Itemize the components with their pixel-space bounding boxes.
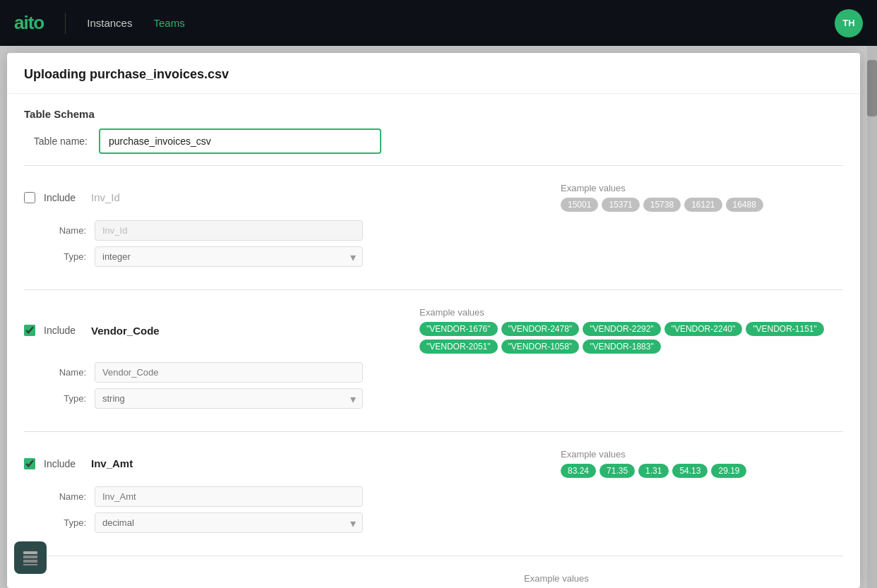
type-label-inv-amt: Type: — [44, 517, 86, 528]
example-tags-inv-amt: 83.24 71.35 1.31 54.13 29.19 — [561, 464, 843, 478]
bottom-table-icon[interactable] — [14, 541, 47, 574]
svg-rect-3 — [23, 564, 37, 565]
svg-rect-2 — [23, 560, 37, 563]
type-select-inv-amt[interactable]: integer string decimal boolean — [95, 512, 363, 533]
tag-v2240: "VENDOR-2240" — [664, 322, 743, 336]
tag-29: 29.19 — [711, 464, 746, 478]
table-name-row: Table name: — [24, 128, 843, 154]
include-checkbox-vendor-code[interactable] — [24, 325, 35, 336]
separator-1 — [24, 165, 843, 166]
tag-v2051: "VENDOR-2051" — [419, 340, 498, 354]
modal-body: Table Schema Table name: Include Inv_Id … — [7, 108, 860, 588]
tag-v2292: "VENDOR-2292" — [583, 322, 661, 336]
table-name-label: Table name: — [24, 136, 88, 147]
tag-15371: 15371 — [602, 198, 639, 212]
type-label-vendor-code: Type: — [44, 393, 86, 404]
name-input-vendor-code[interactable] — [95, 362, 363, 383]
table-icon — [22, 549, 39, 566]
include-checkbox-inv-amt[interactable] — [24, 458, 35, 469]
avatar: TH — [835, 9, 863, 37]
field-header-vendor-code: Include Vendor_Code Example values "VEND… — [24, 307, 843, 354]
page-background: Uploading purchase_invoices.csv Table Sc… — [0, 46, 877, 588]
example-values-label-vendor-code: Example values — [419, 307, 843, 318]
modal-title: Uploading purchase_invoices.csv — [24, 67, 843, 82]
name-input-inv-amt[interactable] — [95, 486, 363, 507]
tag-15001: 15001 — [561, 198, 598, 212]
tag-54: 54.13 — [672, 464, 708, 478]
tag-v1058: "VENDOR-1058" — [501, 340, 580, 354]
svg-rect-0 — [23, 551, 37, 554]
tag-16121: 16121 — [684, 198, 722, 212]
type-row-vendor-code: Type: integer string decimal boolean — [44, 388, 843, 409]
example-values-label-item-desc: Example values — [524, 573, 843, 584]
name-label-vendor-code: Name: — [44, 367, 86, 378]
field-header-inv-amt: Include Inv_Amt Example values 83.24 71.… — [24, 449, 843, 478]
include-label-inv-id: Include — [44, 192, 83, 203]
field-row-vendor-code: Include Vendor_Code Example values "VEND… — [24, 301, 843, 420]
include-label-inv-amt: Include — [44, 458, 83, 469]
example-values-label-inv-id: Example values — [561, 183, 843, 193]
svg-rect-1 — [23, 556, 37, 558]
nav-instances[interactable]: Instances — [87, 17, 132, 29]
field-row-inv-amt: Include Inv_Amt Example values 83.24 71.… — [24, 443, 843, 544]
scrollbar-thumb[interactable] — [867, 60, 877, 116]
table-name-input[interactable] — [99, 128, 381, 154]
separator-3 — [24, 431, 843, 432]
section-title: Table Schema — [24, 108, 843, 120]
field-heading-inv-amt: Inv_Amt — [91, 457, 552, 469]
top-navigation: aito Instances Teams TH — [0, 0, 877, 46]
example-section-vendor-code: Example values "VENDOR-1676" "VENDOR-247… — [419, 307, 843, 354]
tag-83: 83.24 — [561, 464, 596, 478]
logo: aito — [14, 12, 44, 34]
field-heading-vendor-code: Vendor_Code — [91, 325, 411, 337]
field-header-inv-id: Include Inv_Id Example values 15001 1537… — [24, 183, 843, 212]
include-label-vendor-code: Include — [44, 325, 83, 336]
name-row-inv-id: Name: — [44, 220, 843, 241]
tag-71: 71.35 — [599, 464, 635, 478]
separator-2 — [24, 289, 843, 290]
example-section-item-desc: Example values Auto Leasing Corporate Se… — [524, 573, 843, 588]
example-section-inv-id: Example values 15001 15371 15738 16121 1… — [561, 183, 843, 212]
tag-v1883: "VENDOR-1883" — [583, 340, 661, 354]
tag-16488: 16488 — [726, 198, 763, 212]
type-select-wrapper-vendor-code: integer string decimal boolean — [95, 388, 363, 409]
type-select-wrapper-inv-amt: integer string decimal boolean — [95, 512, 363, 533]
tag-15738: 15738 — [643, 198, 681, 212]
name-label-inv-amt: Name: — [44, 491, 86, 502]
example-values-label-inv-amt: Example values — [561, 449, 843, 460]
modal-overlay: Uploading purchase_invoices.csv Table Sc… — [0, 46, 867, 588]
modal-header: Uploading purchase_invoices.csv — [7, 53, 860, 94]
field-header-item-desc: Include Item_Description Example values … — [24, 573, 843, 588]
example-section-inv-amt: Example values 83.24 71.35 1.31 54.13 29… — [561, 449, 843, 478]
tag-v1151: "VENDOR-1151" — [746, 322, 824, 336]
type-select-wrapper-inv-id: integer string decimal boolean — [95, 246, 363, 267]
name-input-inv-id[interactable] — [95, 220, 363, 241]
upload-modal: Uploading purchase_invoices.csv Table Sc… — [7, 53, 860, 588]
field-heading-inv-id: Inv_Id — [91, 191, 552, 203]
type-row-inv-amt: Type: integer string decimal boolean — [44, 512, 843, 533]
example-tags-vendor-code: "VENDOR-1676" "VENDOR-2478" "VENDOR-2292… — [419, 322, 843, 354]
type-select-inv-id[interactable]: integer string decimal boolean — [95, 246, 363, 267]
nav-divider — [65, 13, 66, 34]
nav-teams[interactable]: Teams — [153, 17, 184, 29]
scrollbar[interactable] — [867, 46, 877, 588]
separator-4 — [24, 556, 843, 556]
name-row-vendor-code: Name: — [44, 362, 843, 383]
tag-v2478: "VENDOR-2478" — [501, 322, 580, 336]
include-checkbox-inv-id[interactable] — [24, 192, 35, 203]
field-row-inv-id: Include Inv_Id Example values 15001 1537… — [24, 177, 843, 278]
name-row-inv-amt: Name: — [44, 486, 843, 507]
name-label-inv-id: Name: — [44, 225, 86, 236]
type-select-vendor-code[interactable]: integer string decimal boolean — [95, 388, 363, 409]
tag-v1676: "VENDOR-1676" — [419, 322, 498, 336]
type-row-inv-id: Type: integer string decimal boolean — [44, 246, 843, 267]
example-tags-inv-id: 15001 15371 15738 16121 16488 — [561, 198, 843, 212]
tag-1: 1.31 — [638, 464, 669, 478]
type-label-inv-id: Type: — [44, 251, 86, 262]
field-row-item-desc: Include Item_Description Example values … — [24, 568, 843, 588]
